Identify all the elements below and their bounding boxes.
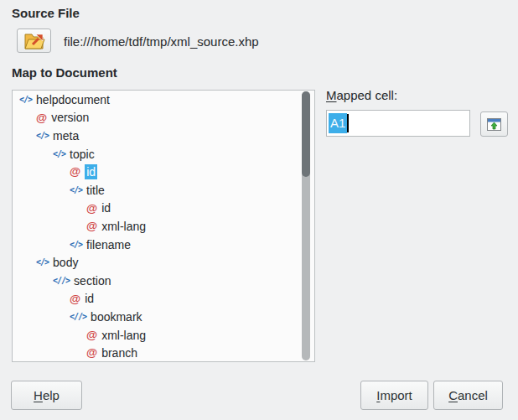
attribute-icon: @ bbox=[86, 203, 97, 215]
tree-item[interactable]: </> helpdocument bbox=[13, 91, 314, 109]
tree-item[interactable]: </> body bbox=[13, 253, 314, 272]
tree-item[interactable]: @ id bbox=[13, 290, 314, 309]
element-icon: </> bbox=[70, 186, 82, 194]
element-icon: </> bbox=[70, 241, 82, 249]
text-caret bbox=[347, 114, 349, 132]
attribute-icon: @ bbox=[70, 293, 80, 305]
map-to-document-heading: Map to Document bbox=[12, 65, 117, 80]
source-file-path: file:///home/tdf/tmp/xml_source.xhp bbox=[64, 34, 259, 50]
attribute-icon: @ bbox=[86, 329, 97, 341]
attribute-icon: @ bbox=[86, 347, 97, 359]
attribute-icon: @ bbox=[70, 166, 80, 178]
tree-item[interactable]: <//> bookmark bbox=[13, 308, 314, 326]
tree-item[interactable]: @ xml-lang bbox=[13, 217, 314, 236]
mapped-cell-label-rest: apped cell: bbox=[337, 88, 398, 102]
attribute-icon: @ bbox=[86, 220, 97, 232]
tree-item[interactable]: @ id bbox=[13, 163, 314, 181]
tree-item[interactable]: @ version bbox=[13, 109, 314, 127]
xml-structure-tree[interactable]: </> helpdocument @ version </> meta </> … bbox=[12, 90, 315, 362]
element-icon: </> bbox=[36, 258, 49, 267]
source-file-heading: Source File bbox=[12, 6, 80, 20]
element-repeat-icon: <//> bbox=[70, 313, 86, 321]
import-button[interactable]: Import bbox=[360, 381, 428, 410]
tree-item[interactable]: </> filename bbox=[13, 236, 314, 254]
tree-item[interactable]: </> topic bbox=[13, 145, 314, 163]
element-icon: </> bbox=[19, 96, 32, 104]
browse-source-file-button[interactable] bbox=[17, 29, 51, 53]
tree-item[interactable]: <//> section bbox=[13, 272, 314, 290]
tree-item[interactable]: </> meta bbox=[13, 127, 314, 145]
tree-item[interactable]: </> title bbox=[13, 181, 314, 200]
help-button[interactable]: Help bbox=[11, 381, 82, 410]
cancel-button[interactable]: Cancel bbox=[433, 381, 503, 410]
element-icon: </> bbox=[36, 132, 49, 140]
tree-item[interactable]: @ branch bbox=[13, 344, 314, 362]
mapped-cell-mnemonic: M bbox=[326, 88, 337, 102]
attribute-icon: @ bbox=[36, 112, 47, 124]
element-repeat-icon: <//> bbox=[53, 277, 70, 285]
selected-cell-text: A1 bbox=[329, 113, 347, 133]
help-button-label: Help bbox=[34, 388, 60, 402]
open-folder-icon bbox=[23, 32, 45, 50]
element-icon: </> bbox=[53, 150, 65, 158]
mapped-cell-input[interactable]: A1 bbox=[326, 110, 470, 137]
mapped-cell-label: Mapped cell: bbox=[326, 88, 397, 102]
shrink-range-picker-button[interactable] bbox=[480, 111, 508, 137]
tree-item[interactable]: @ id bbox=[13, 200, 314, 218]
tree-item[interactable]: @ xml-lang bbox=[13, 326, 314, 345]
scrollbar-thumb[interactable] bbox=[302, 91, 310, 177]
import-button-label: Import bbox=[376, 388, 412, 402]
shrink-window-icon bbox=[487, 118, 501, 131]
cancel-button-label: Cancel bbox=[448, 388, 488, 402]
